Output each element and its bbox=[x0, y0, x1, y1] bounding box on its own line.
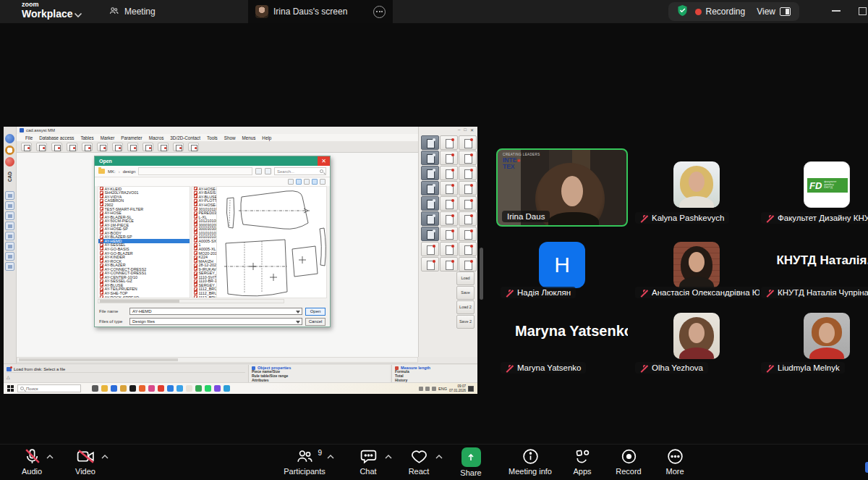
cad-dock-button[interactable] bbox=[5, 201, 14, 210]
cad-menu-item[interactable]: Tables bbox=[77, 135, 96, 140]
leave-button-edge[interactable] bbox=[865, 462, 868, 473]
cad-menu-item[interactable]: Marker bbox=[98, 135, 118, 140]
cad-toolbar-button[interactable] bbox=[188, 143, 199, 151]
cad-horizontal-scrollbar[interactable] bbox=[17, 357, 418, 363]
file-name-input[interactable]: AY-HEMD bbox=[129, 308, 302, 315]
video-tile-irina-daus[interactable]: CREATING LEADERS INTE✱ TEX Irina Daus bbox=[496, 148, 628, 227]
cad-menu-item[interactable]: Macros bbox=[146, 135, 167, 140]
cad-menu-item[interactable]: Database access bbox=[36, 135, 77, 140]
view-button[interactable]: View bbox=[757, 7, 791, 17]
video-options-chevron[interactable] bbox=[101, 449, 109, 462]
view-option-icon[interactable] bbox=[304, 179, 310, 185]
cad-toolbox-button[interactable] bbox=[440, 196, 458, 211]
cad-toolbar-button[interactable] bbox=[173, 143, 184, 151]
cad-menu-item[interactable]: Parameter bbox=[118, 135, 145, 140]
taskbar-app-icon[interactable] bbox=[214, 385, 221, 392]
stage-scrollbar[interactable] bbox=[480, 248, 483, 300]
cad-toolbar-button[interactable] bbox=[142, 143, 153, 151]
cad-toolbox-button[interactable] bbox=[440, 166, 458, 180]
apps-button[interactable]: Apps bbox=[563, 447, 601, 476]
dock-app-icon[interactable] bbox=[5, 157, 14, 167]
taskbar-app-icon[interactable] bbox=[101, 385, 108, 392]
cad-toolbox-button[interactable] bbox=[459, 257, 477, 271]
taskbar-app-icon[interactable] bbox=[129, 385, 136, 392]
open-button[interactable]: Open bbox=[305, 308, 326, 316]
video-tile-liudmyla-melnyk[interactable]: Liudmyla Melnyk bbox=[757, 311, 868, 376]
react-options-chevron[interactable] bbox=[435, 449, 443, 462]
view-option-icon[interactable] bbox=[312, 179, 318, 185]
record-button[interactable]: Record bbox=[608, 447, 649, 476]
cad-toolbox-button[interactable] bbox=[421, 196, 439, 211]
address-input[interactable] bbox=[138, 167, 252, 175]
cad-dock-button[interactable] bbox=[5, 222, 14, 230]
start-button[interactable] bbox=[7, 385, 14, 392]
cad-toolbox-button[interactable] bbox=[459, 196, 477, 211]
close-icon[interactable]: ✕ bbox=[318, 156, 330, 166]
chat-button[interactable]: Chat bbox=[349, 447, 388, 476]
toolbox-save2-button[interactable]: Save 2 bbox=[456, 315, 475, 329]
cad-menu-item[interactable]: Tools bbox=[204, 135, 221, 140]
cad-dock-button[interactable] bbox=[5, 242, 14, 250]
taskbar-clock[interactable]: 09:07 07.01.2026 bbox=[449, 384, 466, 392]
cad-toolbox-button[interactable] bbox=[459, 181, 477, 195]
chevron-down-icon[interactable] bbox=[74, 8, 82, 21]
audio-options-chevron[interactable] bbox=[46, 449, 54, 462]
cad-toolbar-button[interactable] bbox=[82, 143, 93, 151]
cad-toolbox-button[interactable] bbox=[459, 242, 477, 256]
tray-up-icon[interactable] bbox=[419, 387, 423, 391]
video-tile-nadiia-liuklian[interactable]: Н Надія Люклян bbox=[496, 232, 628, 301]
taskbar-app-icon[interactable] bbox=[111, 385, 117, 392]
cad-toolbox-button[interactable] bbox=[440, 242, 458, 256]
video-tile-maryna-yatsenko[interactable]: Maryna Yatsenko Maryna Yatsenko bbox=[496, 311, 628, 376]
cad-toolbox-button[interactable] bbox=[459, 227, 477, 241]
cad-toolbox-button[interactable] bbox=[421, 135, 439, 150]
cad-toolbar-button[interactable] bbox=[158, 143, 169, 151]
taskbar-app-icon[interactable] bbox=[158, 385, 164, 392]
dock-app-icon[interactable] bbox=[5, 134, 14, 143]
taskbar-app-icon[interactable] bbox=[195, 385, 202, 392]
toolbox-load-button[interactable]: Load bbox=[456, 271, 475, 285]
cad-toolbar-button[interactable] bbox=[21, 143, 32, 151]
cad-toolbar-button[interactable] bbox=[97, 143, 108, 151]
taskbar-app-icon[interactable] bbox=[92, 385, 98, 392]
language-indicator[interactable]: ENG bbox=[438, 387, 447, 391]
toolbox-save-button[interactable]: Save bbox=[456, 286, 475, 300]
window-maximize-button[interactable] bbox=[859, 7, 867, 15]
meeting-info-button[interactable]: Meeting info bbox=[503, 447, 558, 476]
tab-shared-screen[interactable]: Irina Daus's screen bbox=[248, 0, 393, 23]
notification-center-icon[interactable] bbox=[468, 386, 474, 392]
cad-toolbox-button[interactable] bbox=[421, 166, 439, 180]
view-option-icon[interactable] bbox=[288, 179, 294, 185]
cad-menu-item[interactable]: Help bbox=[259, 135, 274, 140]
tab-meeting[interactable]: Meeting bbox=[101, 0, 163, 23]
cad-menu-item[interactable]: Show bbox=[221, 135, 239, 140]
window-minimize-button[interactable] bbox=[832, 10, 841, 12]
cad-menu-item[interactable]: Menus bbox=[239, 135, 258, 140]
up-icon[interactable] bbox=[255, 168, 262, 174]
cad-dock-button[interactable] bbox=[5, 262, 14, 271]
cad-toolbox-button[interactable] bbox=[421, 181, 439, 195]
dock-app-icon[interactable] bbox=[5, 146, 14, 155]
cad-menu-item[interactable]: File bbox=[22, 135, 35, 140]
file-list-column-1[interactable]: AY-KLEIDSH420LYRA2VO01AY-VIDYACASBRON290… bbox=[98, 186, 190, 298]
cad-toolbox-button[interactable] bbox=[459, 211, 477, 226]
dialog-title-bar[interactable]: Open ✕ bbox=[95, 156, 330, 166]
taskbar-app-icon[interactable] bbox=[148, 385, 155, 392]
view-option-icon[interactable] bbox=[296, 179, 302, 185]
cad-toolbox-button[interactable] bbox=[440, 151, 458, 165]
taskbar-app-icon[interactable] bbox=[186, 385, 192, 392]
cad-toolbox-button[interactable] bbox=[440, 227, 458, 241]
search-input[interactable]: Search... bbox=[274, 167, 326, 175]
video-tile-anastasiia[interactable]: Анастасія Олександрівна Юхимч... bbox=[631, 232, 762, 301]
taskbar-app-icon[interactable] bbox=[224, 385, 230, 392]
cad-toolbar-button[interactable] bbox=[127, 143, 138, 151]
chat-options-chevron[interactable] bbox=[385, 449, 392, 462]
taskbar-app-icon[interactable] bbox=[139, 385, 145, 392]
cad-toolbar-button[interactable] bbox=[67, 143, 77, 151]
toolbox-window-controls[interactable]: –□✕ bbox=[458, 127, 474, 132]
video-tile-knutd-nataliia[interactable]: КНУТД Наталія... КНУТД Наталія Чупріна bbox=[757, 232, 868, 301]
cad-toolbox-button[interactable] bbox=[421, 227, 439, 241]
file-type-select[interactable]: Design files bbox=[129, 318, 302, 325]
file-list-item[interactable]: AY-ROCK-SPREAD bbox=[98, 295, 190, 298]
video-tile-kalyna-pashkevych[interactable]: Kalyna Pashkevych bbox=[631, 148, 762, 227]
